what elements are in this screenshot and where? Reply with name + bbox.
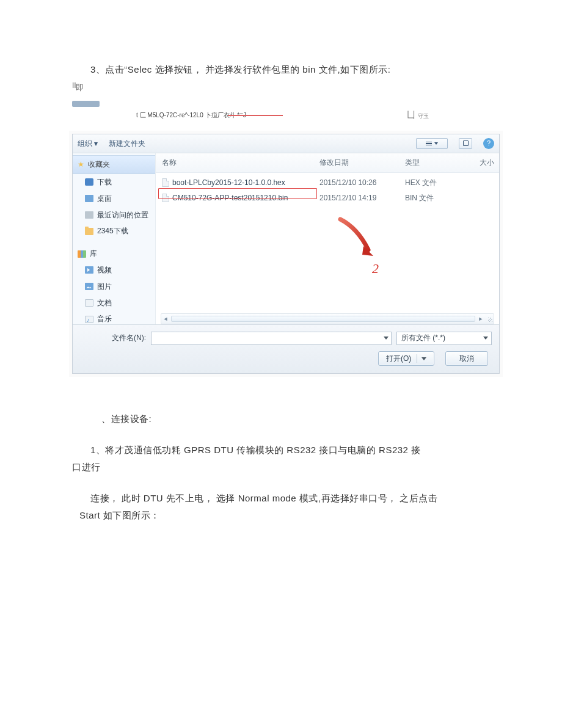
sidebar-item-recent[interactable]: 最近访问的位置 xyxy=(73,207,155,224)
file-icon xyxy=(162,178,169,187)
sidebar-item-pictures[interactable]: 图片 xyxy=(73,278,155,295)
scroll-right-icon[interactable]: ► xyxy=(476,315,485,323)
open-button[interactable]: 打开(O) xyxy=(378,351,434,366)
dialog-footer: 文件名(N): 所有文件 (*.*) 打开(O) 取消 xyxy=(73,324,499,373)
col-size[interactable]: 大小 xyxy=(464,156,494,170)
picture-icon xyxy=(85,283,93,290)
file-row[interactable]: boot-LPLCby2015-12-10-1.0.0.hex 2015/12/… xyxy=(159,175,495,191)
connect-step-2b: Start 如下图所示： xyxy=(79,507,495,525)
help-button[interactable]: ? xyxy=(483,138,494,149)
sidebar-item-desktop[interactable]: 桌面 xyxy=(73,191,155,207)
connect-step-2a: 连接， 此时 DTU 先不上电， 选择 Normal mode 模式,再选择好串… xyxy=(72,490,495,508)
decorative-blur-bar xyxy=(72,101,100,107)
file-type-filter[interactable]: 所有文件 (*.*) xyxy=(396,332,492,345)
sidebar-group-favorites[interactable]: ★ 收藏夹 xyxy=(73,155,155,174)
col-name[interactable]: 名称 xyxy=(162,156,319,170)
path-right-box: 凵守玉 xyxy=(407,107,429,123)
col-type[interactable]: 类型 xyxy=(405,156,464,170)
cancel-button[interactable]: 取消 xyxy=(445,351,488,366)
library-icon xyxy=(78,250,86,258)
section-connect-title: 、连接设备: xyxy=(101,410,495,428)
fragment-mark: II xyxy=(72,79,76,93)
help-icon: ? xyxy=(487,137,491,150)
fragment-row: II 即 xyxy=(72,79,495,97)
dialog-path-row: t 匚 M5LQ-72C-re^-12L0 卜疸厂衣斗 *=J 凵守玉 xyxy=(72,107,495,123)
horizontal-scrollbar[interactable]: ◄ ► xyxy=(161,313,494,324)
resize-grip-icon[interactable] xyxy=(485,315,494,323)
scrollbar-thumb[interactable] xyxy=(171,316,475,322)
recent-icon xyxy=(85,211,93,219)
pane-icon xyxy=(463,140,469,146)
column-headers: 名称 修改日期 类型 大小 xyxy=(156,153,499,173)
preview-pane-button[interactable] xyxy=(459,138,472,149)
dialog-toolbar: 组织 ▾ 新建文件夹 ? xyxy=(73,134,499,154)
instruction-step-3: 3、点击“Selec 选择按钮， 并选择发行软件包里的 bin 文件,如下图所示… xyxy=(72,61,495,79)
video-icon xyxy=(85,266,93,274)
path-underline xyxy=(228,115,283,116)
view-options-button[interactable] xyxy=(416,138,448,149)
file-list-area: 名称 修改日期 类型 大小 boot-LPLCby2015-12-10-1.0.… xyxy=(156,153,499,324)
star-icon: ★ xyxy=(78,158,84,172)
chevron-down-icon xyxy=(483,337,488,340)
list-icon xyxy=(426,142,432,146)
folder-icon xyxy=(85,228,93,235)
chevron-down-icon xyxy=(384,337,389,340)
file-list: boot-LPLCby2015-12-10-1.0.0.hex 2015/12/… xyxy=(156,173,499,208)
sidebar-item-docs[interactable]: 文档 xyxy=(73,295,155,311)
sidebar-favorites-label: 收藏夹 xyxy=(88,158,110,172)
sidebar-item-2345[interactable]: 2345下载 xyxy=(73,223,155,239)
connect-step-1a: 1、将才茂通信低功耗 GPRS DTU 传输模块的 RS232 接口与电脑的 R… xyxy=(72,442,495,459)
file-row[interactable]: CM510-72G-APP-test20151210.bin 2015/12/1… xyxy=(159,191,495,206)
sidebar-group-libraries[interactable]: 库 xyxy=(73,246,155,262)
sidebar-item-music[interactable]: 音乐 xyxy=(73,311,155,324)
file-icon xyxy=(162,194,169,202)
download-icon xyxy=(85,178,93,186)
fragment-ji: 即 xyxy=(76,83,84,92)
col-date[interactable]: 修改日期 xyxy=(319,156,405,170)
filename-input[interactable] xyxy=(151,332,392,345)
chevron-down-icon xyxy=(422,357,426,360)
document-icon xyxy=(85,299,93,307)
desktop-icon xyxy=(85,195,93,202)
new-folder-button[interactable]: 新建文件夹 xyxy=(109,137,145,151)
file-open-dialog: 组织 ▾ 新建文件夹 ? ★ 收藏夹 下载 桌面 最 xyxy=(72,134,500,374)
organize-button[interactable]: 组织 ▾ xyxy=(78,137,98,151)
filename-label: 文件名(N): xyxy=(112,331,146,345)
sidebar-nav: ★ 收藏夹 下载 桌面 最近访问的位置 2345下载 库 视频 图片 文档 音乐 xyxy=(73,153,156,324)
scroll-left-icon[interactable]: ◄ xyxy=(161,315,170,323)
connect-step-1b: 口进行 xyxy=(72,459,495,476)
sidebar-item-video[interactable]: 视频 xyxy=(73,262,155,278)
sidebar-item-downloads[interactable]: 下载 xyxy=(73,174,155,191)
chevron-down-icon xyxy=(434,142,438,145)
music-icon xyxy=(85,316,93,323)
